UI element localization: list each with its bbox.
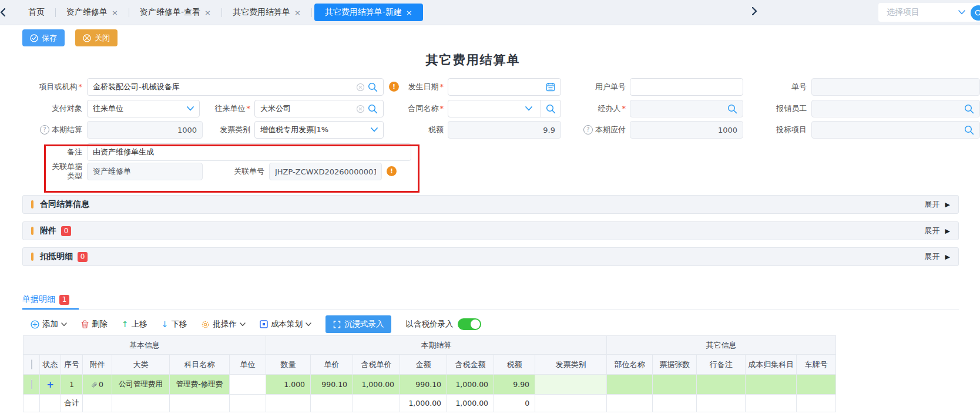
cell-price-tax[interactable]: 1,000.00 — [353, 375, 400, 395]
cost-plan-icon — [260, 320, 268, 328]
section-accent-bar — [31, 227, 33, 235]
contract-search-button[interactable] — [541, 100, 561, 117]
row-checkbox[interactable] — [31, 379, 32, 389]
save-button-label: 保存 — [42, 33, 57, 43]
tab-close-icon[interactable]: × — [112, 8, 118, 17]
tab-close-icon[interactable]: × — [294, 8, 301, 17]
reimburser-input[interactable] — [811, 100, 980, 117]
col-amount-tax: 含税金额 — [447, 355, 494, 375]
cost-plan-button[interactable]: 成本策划 — [260, 319, 311, 329]
col-price: 单价 — [311, 355, 353, 375]
group-other-info: 其它信息 — [607, 336, 836, 355]
add-row-button[interactable]: 添加 — [31, 319, 67, 329]
col-seq: 序号 — [61, 355, 83, 375]
cell-subject[interactable]: 管理费-修理费 — [170, 375, 230, 395]
footer-amount: 1,000.00 — [400, 395, 447, 412]
table-row[interactable]: + 1 0 公司管理费用 管理费-修理费 1.000 990.10 1,000.… — [24, 375, 836, 395]
immersive-entry-button[interactable]: 沉浸式录入 — [325, 315, 392, 333]
bid-project-input[interactable] — [811, 121, 980, 139]
search-icon[interactable] — [727, 104, 737, 114]
cell-qty[interactable]: 1.000 — [266, 375, 311, 395]
expand-control[interactable]: 展开 ▶ — [925, 251, 950, 262]
tab-close-icon[interactable]: × — [204, 8, 211, 17]
toggle-knob — [471, 320, 480, 329]
period-settlement-label-wrap: ? 本期结算 — [6, 121, 82, 139]
cell-part-name[interactable] — [607, 375, 653, 395]
col-status: 状态 — [40, 355, 61, 375]
period-payable-label-wrap: ? 本期应付 — [549, 121, 626, 139]
cell-ticket-count[interactable] — [653, 375, 697, 395]
expand-control[interactable]: 展开 ▶ — [925, 226, 950, 236]
tabs-scroll-left-icon[interactable] — [0, 8, 18, 16]
remark-input[interactable]: 由资产维修单生成 — [87, 143, 411, 161]
tab-close-icon[interactable]: × — [406, 8, 412, 17]
cell-plate-no[interactable] — [797, 375, 836, 395]
invoice-type-select[interactable]: 增值税专用发票|1% — [254, 121, 384, 139]
batch-ops-button[interactable]: 批操作 — [201, 319, 246, 329]
counterparty-input[interactable]: 大米公司 — [254, 100, 384, 117]
cell-attachment[interactable]: 0 — [83, 375, 112, 395]
section-contract-settlement[interactable]: 合同结算信息 展开 ▶ — [22, 195, 959, 214]
occur-date-label: 发生日期 — [388, 78, 444, 96]
cell-category[interactable]: 公司管理费用 — [112, 375, 170, 395]
cell-invoice-type[interactable] — [535, 375, 607, 395]
cell-amount-tax[interactable]: 1,000.00 — [447, 375, 494, 395]
cell-tax[interactable]: 9.90 — [494, 375, 535, 395]
related-doc-no-label: 关联单号 — [226, 163, 264, 180]
tab-asset-repair[interactable]: 资产维修单 × — [56, 0, 129, 25]
delete-row-button[interactable]: 删除 — [81, 319, 108, 329]
col-row-remark: 行备注 — [697, 355, 746, 375]
tab-home[interactable]: 首页 — [18, 0, 55, 25]
related-doc-no-input: JHZP-ZCWXD20260000001 — [269, 163, 382, 180]
user-no-input[interactable] — [630, 78, 743, 96]
handler-input[interactable] — [630, 100, 743, 117]
search-icon[interactable] — [368, 82, 378, 92]
tab-bar: 首页 资产维修单 × 资产维修单-查看 × 其它费用结算单 × 其它费用结算单-… — [0, 0, 980, 25]
search-icon[interactable] — [964, 125, 974, 135]
row-add-icon[interactable]: + — [46, 379, 54, 390]
counterparty-value: 大米公司 — [260, 103, 291, 114]
tab-other-expense[interactable]: 其它费用结算单 × — [222, 0, 311, 25]
close-button[interactable]: 关闭 — [75, 29, 118, 46]
tab-asset-repair-view[interactable]: 资产维修单-查看 × — [129, 0, 221, 25]
section-deductions[interactable]: 扣抵明细 0 展开 ▶ — [22, 247, 959, 266]
cell-amount[interactable]: 990.10 — [400, 375, 447, 395]
select-all-checkbox[interactable] — [31, 359, 32, 369]
gear-icon — [201, 320, 210, 329]
pay-target-select[interactable]: 往来单位 — [87, 100, 200, 117]
period-settlement-value: 1000 — [177, 126, 197, 134]
brackets-icon — [333, 321, 341, 328]
move-down-button[interactable]: ↓ 下移 — [162, 319, 187, 329]
period-settlement-label: 本期结算 — [52, 121, 82, 139]
footer-total-label: 合计 — [61, 395, 83, 412]
section-attachments[interactable]: 附件 0 展开 ▶ — [22, 221, 959, 240]
tab-other-expense-new-active[interactable]: 其它费用结算单-新建 × — [314, 4, 423, 21]
cell-cost-subject[interactable] — [746, 375, 797, 395]
move-up-button[interactable]: ↑ 上移 — [122, 319, 147, 329]
save-button[interactable]: 保存 — [22, 29, 65, 46]
cell-row-remark[interactable] — [697, 375, 746, 395]
tab-detail-lines[interactable]: 单据明细 1 — [22, 294, 69, 305]
tax-inclusive-toggle[interactable] — [458, 318, 481, 330]
search-icon[interactable] — [964, 104, 974, 114]
calendar-icon[interactable] — [546, 82, 555, 92]
project-input[interactable]: 金桥装配公司-机械设备库 — [87, 78, 384, 96]
related-doc-type-label-line1: 关联单据 — [52, 162, 82, 171]
cell-attachment-count: 0 — [99, 380, 103, 389]
search-icon[interactable] — [368, 104, 378, 114]
contract-select[interactable] — [448, 100, 561, 117]
tab-label: 首页 — [28, 7, 45, 18]
occur-date-input[interactable] — [448, 78, 561, 96]
tabs-scroll-right-icon[interactable] — [752, 7, 770, 15]
batch-ops-label: 批操作 — [213, 319, 237, 329]
expand-control[interactable]: 展开 ▶ — [925, 199, 950, 210]
tab-label: 其它费用结算单-新建 — [325, 7, 402, 18]
immersive-entry-label: 沉浸式录入 — [344, 319, 384, 329]
grid-toolbar: 添加 删除 ↑ 上移 ↓ 下移 批操作 成本策划 沉浸式录入 — [31, 315, 481, 333]
cell-unit[interactable] — [230, 375, 266, 395]
project-select[interactable]: 选择项目 — [878, 3, 980, 22]
clear-icon[interactable] — [356, 83, 365, 92]
action-toolbar: 保存 关闭 — [22, 29, 118, 46]
clear-icon[interactable] — [356, 105, 365, 113]
cell-price[interactable]: 990.10 — [311, 375, 353, 395]
